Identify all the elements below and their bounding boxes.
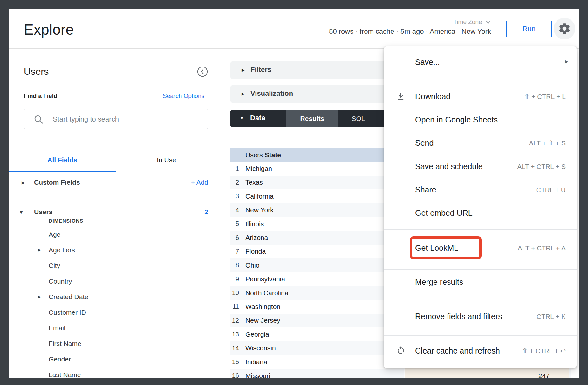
menu-item-shortcut: CTRL + U <box>536 186 566 194</box>
divider <box>9 194 217 194</box>
data-section-header[interactable]: ▾ Data <box>230 110 286 127</box>
custom-fields-label: Custom Fields <box>34 178 80 186</box>
state-cell[interactable]: Illinois <box>242 217 404 231</box>
tab-in-use[interactable]: In Use <box>116 148 217 172</box>
menu-item-label: Get embed URL <box>415 208 473 218</box>
chevron-right-icon: ▸ <box>242 90 245 97</box>
field-item-age-tiers[interactable]: ▸Age tiers <box>9 243 217 258</box>
state-cell[interactable]: New York <box>242 203 404 217</box>
add-custom-field-button[interactable]: + Add <box>191 178 208 186</box>
menu-item-label: Get LookML <box>415 243 458 253</box>
field-item-customer-id[interactable]: Customer ID <box>9 305 217 321</box>
chevron-right-icon[interactable]: ▸ <box>38 293 41 300</box>
menu-divider <box>384 229 577 230</box>
filters-label: Filters <box>250 66 271 74</box>
download-icon <box>396 92 406 101</box>
row-number: 3 <box>230 189 242 203</box>
state-cell[interactable]: Washington <box>242 300 404 313</box>
row-number: 11 <box>230 300 242 313</box>
run-button[interactable]: Run <box>506 21 552 37</box>
menu-item-remove[interactable]: Remove fields and filtersCTRL + K <box>384 307 577 325</box>
state-cell[interactable]: Arizona <box>242 231 404 244</box>
menu-item-sheets[interactable]: Open in Google Sheets <box>384 111 577 129</box>
collapse-sidebar-button[interactable] <box>197 66 208 77</box>
menu-divider <box>384 269 577 270</box>
state-cell[interactable]: Florida <box>242 245 404 258</box>
row-number: 14 <box>230 341 242 355</box>
menu-item-label: Download <box>415 92 450 101</box>
state-cell[interactable]: Michigan <box>242 162 404 175</box>
menu-item-send[interactable]: SendALT + ⇧ + S <box>384 134 577 152</box>
visualization-label: Visualization <box>250 89 293 98</box>
state-cell[interactable]: Pennsylvania <box>242 272 404 286</box>
row-number: 15 <box>230 355 242 369</box>
chevron-left-circle-icon <box>197 66 208 77</box>
menu-item-clear[interactable]: Clear cache and refresh⇧ + CTRL + ↩ <box>384 342 577 360</box>
count-cell[interactable]: 247 <box>404 369 569 378</box>
query-status: 50 rows · from cache · 5m ago · America … <box>329 27 491 36</box>
field-item-age[interactable]: Age <box>9 227 217 243</box>
custom-fields-row[interactable]: ▸ Custom Fields + Add <box>9 174 217 192</box>
menu-item-shortcut: ALT + CTRL + S <box>517 163 566 171</box>
menu-item-save-schedule[interactable]: Save and scheduleALT + CTRL + S <box>384 158 577 175</box>
tab-all-fields[interactable]: All Fields <box>9 148 116 172</box>
menu-item-shortcut: ⇧ + CTRL + ↩ <box>522 347 566 355</box>
menu-item-lookml[interactable]: Get LookMLALT + CTRL + A <box>384 239 577 257</box>
menu-item-download[interactable]: Download⇧ + CTRL + L <box>384 88 577 105</box>
row-number: 7 <box>230 245 242 258</box>
state-cell[interactable]: Georgia <box>242 327 404 341</box>
field-picker-sidebar: Users Find a Field Search Options All Fi… <box>9 49 217 378</box>
dimension-list: Age▸Age tiersCityCountry▸Created DateCus… <box>9 227 217 378</box>
field-item-created-date[interactable]: ▸Created Date <box>9 290 217 305</box>
row-number: 4 <box>230 203 242 217</box>
tab-results[interactable]: Results <box>286 110 338 127</box>
state-cell[interactable]: North Carolina <box>242 286 404 300</box>
state-cell[interactable]: Wisconsin <box>242 341 404 355</box>
menu-item-save[interactable]: Save...▸ <box>384 53 577 71</box>
field-item-city[interactable]: City <box>9 258 217 274</box>
users-group-label: Users <box>34 208 52 216</box>
state-cell[interactable]: New Jersey <box>242 314 404 327</box>
selected-field-count-badge: 2 <box>204 208 208 216</box>
dimensions-heading: DIMENSIONS <box>49 218 83 224</box>
field-label: Created Date <box>49 293 88 301</box>
menu-item-label: Open in Google Sheets <box>415 115 498 124</box>
search-options-link[interactable]: Search Options <box>163 93 204 100</box>
field-item-country[interactable]: Country <box>9 274 217 290</box>
row-number: 8 <box>230 258 242 272</box>
state-cell[interactable]: Indiana <box>242 355 404 369</box>
time-zone-control[interactable]: Time Zone <box>453 18 491 25</box>
state-cell[interactable]: Missouri <box>242 369 404 378</box>
menu-item-share[interactable]: ShareCTRL + U <box>384 181 577 199</box>
menu-item-embed[interactable]: Get embed URL <box>384 204 577 222</box>
users-state-column-header[interactable]: Users State <box>242 148 404 162</box>
chevron-right-icon[interactable]: ▸ <box>38 247 41 253</box>
state-cell[interactable]: Ohio <box>242 258 404 272</box>
gear-menu: Save...▸Download⇧ + CTRL + LOpen in Goog… <box>384 46 577 368</box>
row-number-header <box>230 148 242 162</box>
field-item-gender[interactable]: Gender <box>9 352 217 368</box>
search-input[interactable] <box>52 110 203 128</box>
menu-divider <box>384 335 577 336</box>
menu-item-shortcut: ALT + ⇧ + S <box>529 139 566 147</box>
menu-divider <box>384 302 577 302</box>
field-item-last-name[interactable]: Last Name <box>9 368 217 378</box>
row-number: 6 <box>230 231 242 244</box>
field-item-first-name[interactable]: First Name <box>9 336 217 352</box>
chevron-down-icon <box>485 20 491 24</box>
menu-item-shortcut: ALT + CTRL + A <box>518 244 566 252</box>
state-cell[interactable]: Texas <box>242 176 404 189</box>
tab-sql[interactable]: SQL <box>338 110 378 127</box>
menu-item-merge[interactable]: Merge results <box>384 273 577 291</box>
gear-icon <box>558 22 571 35</box>
field-label: First Name <box>49 340 81 347</box>
menu-item-label: Clear cache and refresh <box>415 346 500 355</box>
gear-button[interactable] <box>554 18 575 39</box>
field-item-email[interactable]: Email <box>9 321 217 336</box>
menu-item-label: Merge results <box>415 277 463 287</box>
menu-item-shortcut: ⇧ + CTRL + L <box>524 93 566 101</box>
users-group-row[interactable]: ▾ Users 2 <box>9 204 217 222</box>
chevron-down-icon: ▾ <box>20 208 23 216</box>
table-row: 16Missouri247 <box>230 369 571 378</box>
state-cell[interactable]: California <box>242 189 404 203</box>
